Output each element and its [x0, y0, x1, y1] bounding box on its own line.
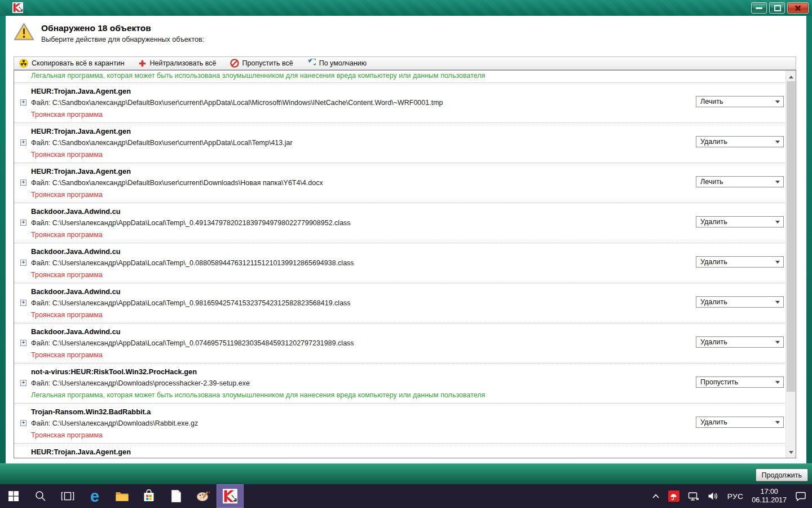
document-button[interactable]: [162, 484, 189, 508]
action-dropdown[interactable]: Удалить: [696, 136, 784, 147]
edge-icon: e: [90, 488, 99, 504]
kaspersky-window: Обнаружено 18 объектов Выберите действие…: [0, 0, 812, 484]
default-action-button[interactable]: По умолчанию: [307, 59, 367, 68]
file-line: Файл: C:\Users\александр\Downloads\proce…: [31, 379, 250, 387]
file-path: C:\Users\александр\AppData\Local\Temp\_0…: [52, 339, 354, 347]
chevron-down-icon: [775, 181, 780, 186]
tray-time: 17:00: [752, 488, 787, 496]
threat-name: Backdoor.Java.Adwind.cu: [31, 287, 121, 296]
threat-rows: Легальная программа, которая может быть …: [14, 71, 786, 458]
chevron-down-icon: [775, 301, 780, 306]
volume-icon[interactable]: [708, 492, 719, 501]
expand-toggle[interactable]: +: [20, 179, 27, 186]
action-dropdown[interactable]: Лечить: [696, 96, 784, 107]
scroll-down-arrow[interactable]: [786, 448, 796, 458]
threat-category: Троянская программа: [31, 311, 103, 319]
chevron-down-icon: [775, 141, 780, 146]
action-dropdown[interactable]: Лечить: [696, 176, 784, 187]
undo-arrow-icon: [307, 59, 316, 68]
avira-tray-icon[interactable]: [668, 491, 679, 502]
toolbar-label: Нейтрализовать всё: [150, 59, 217, 67]
expand-toggle[interactable]: +: [20, 220, 27, 226]
store-icon: [143, 489, 155, 503]
expand-toggle[interactable]: +: [20, 340, 27, 346]
minimize-button[interactable]: [751, 2, 767, 14]
clock[interactable]: 17:00 06.11.2017: [752, 488, 787, 505]
store-button[interactable]: [135, 484, 162, 508]
action-value: Удалить: [700, 138, 727, 146]
content-panel: Обнаружено 18 объектов Выберите действие…: [6, 16, 806, 464]
action-value: Удалить: [700, 418, 727, 426]
expand-toggle[interactable]: +: [20, 260, 27, 266]
expand-toggle[interactable]: +: [20, 420, 27, 426]
file-explorer-button[interactable]: [108, 484, 135, 508]
document-icon: [171, 489, 182, 503]
action-value: Удалить: [700, 298, 727, 306]
network-icon[interactable]: [688, 492, 699, 501]
action-dropdown[interactable]: Пропустить: [696, 376, 784, 388]
edge-button[interactable]: e: [81, 484, 108, 508]
file-path: C:\Users\александр\AppData\Local\Temp\_0…: [52, 259, 354, 267]
action-dropdown[interactable]: Удалить: [696, 336, 784, 348]
windows-logo-icon: [8, 491, 19, 502]
file-label: Файл:: [31, 379, 50, 387]
neutralize-all-button[interactable]: Нейтрализовать всё: [138, 59, 217, 68]
close-button[interactable]: [787, 2, 809, 14]
threat-row: HEUR:Trojan.Java.Agent.gen + Файл: C:\Sa…: [14, 163, 786, 203]
threat-row: not-a-virus:HEUR:RiskTool.Win32.ProcHack…: [14, 364, 786, 404]
threat-row: Backdoor.Java.Adwind.cu + Файл: C:\Users…: [14, 203, 786, 243]
continue-button[interactable]: Продолжить: [756, 468, 808, 481]
file-path: C:\Users\александр\Downloads\Rabbit.exe.…: [52, 419, 198, 427]
file-line: Файл: C:\Users\александр\AppData\Local\T…: [31, 339, 354, 347]
maximize-icon: [774, 5, 781, 11]
expand-toggle[interactable]: +: [20, 300, 27, 306]
expand-toggle[interactable]: +: [20, 139, 27, 146]
paint-icon: [196, 490, 210, 502]
action-dropdown[interactable]: Удалить: [696, 216, 784, 227]
expand-toggle[interactable]: +: [20, 380, 27, 386]
file-path: C:\Users\александр\Downloads\processhack…: [52, 379, 250, 387]
threat-category: Легальная программа, которая может быть …: [31, 72, 485, 80]
action-dropdown[interactable]: Удалить: [696, 256, 784, 268]
toolbar-label: По умолчанию: [319, 59, 367, 67]
kaspersky-taskbar-button[interactable]: [217, 484, 244, 508]
action-value: Пропустить: [700, 378, 738, 386]
skip-all-button[interactable]: Пропустить всё: [230, 59, 293, 68]
threat-category: Троянская программа: [31, 351, 103, 359]
action-value: Лечить: [700, 98, 723, 106]
scrollbar[interactable]: [785, 71, 796, 458]
file-line: Файл: C:\Users\александр\Downloads\Rabbi…: [31, 419, 198, 427]
threat-name: HEUR:Trojan.Java.Agent.gen: [31, 448, 131, 456]
folder-icon: [115, 491, 129, 502]
prohibition-icon: [230, 59, 239, 68]
threat-row-partial: HEUR:Trojan.Java.Agent.gen: [14, 444, 786, 458]
scroll-thumb[interactable]: [787, 81, 795, 392]
expand-toggle[interactable]: +: [20, 99, 27, 106]
language-indicator[interactable]: РУС: [727, 492, 744, 501]
paint-button[interactable]: [189, 484, 217, 508]
task-view-button[interactable]: [54, 484, 81, 508]
action-dropdown[interactable]: Удалить: [696, 417, 784, 428]
maximize-button[interactable]: [769, 2, 785, 14]
threat-row-partial: Легальная программа, которая может быть …: [14, 71, 786, 83]
file-path: C:\Sandbox\александр\DefaultBox\user\cur…: [52, 179, 323, 187]
action-center-icon[interactable]: [795, 491, 806, 501]
action-value: Лечить: [700, 178, 723, 186]
search-button[interactable]: [27, 484, 54, 508]
action-dropdown[interactable]: Удалить: [696, 296, 784, 308]
quarantine-all-button[interactable]: Скопировать всё в карантин: [19, 59, 125, 68]
quarantine-radiation-icon: [19, 59, 28, 68]
warning-icon: [14, 23, 34, 41]
chevron-down-icon: [775, 221, 780, 226]
threat-name: HEUR:Trojan.Java.Agent.gen: [31, 127, 131, 135]
scroll-up-arrow[interactable]: [786, 71, 796, 80]
file-label: Файл:: [31, 139, 50, 147]
threat-row: HEUR:Trojan.Java.Agent.gen + Файл: C:\Sa…: [14, 123, 786, 163]
file-label: Файл:: [31, 99, 50, 107]
hidden-icons-chevron[interactable]: [652, 493, 660, 499]
file-line: Файл: C:\Users\александр\AppData\Local\T…: [31, 219, 351, 227]
detections-list: Легальная программа, которая может быть …: [14, 70, 796, 458]
search-icon: [34, 490, 47, 502]
tray-date: 06.11.2017: [752, 496, 787, 505]
start-button[interactable]: [0, 484, 27, 508]
